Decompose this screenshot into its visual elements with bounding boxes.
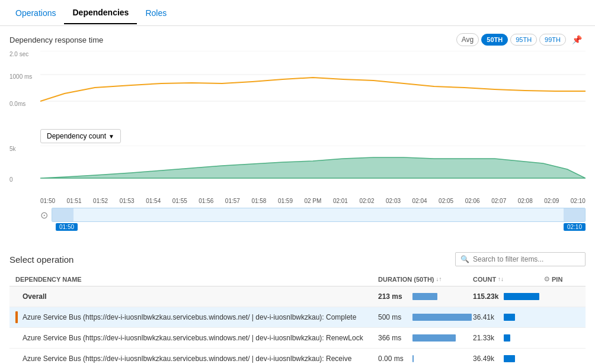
timeline-start-badge: 01:50 — [56, 223, 78, 231]
count-value: 36.41k — [473, 313, 500, 321]
pin-icon[interactable]: 📌 — [568, 34, 586, 46]
tab-dependencies[interactable]: Dependencies — [64, 2, 137, 24]
search-input[interactable] — [473, 255, 580, 263]
timeline-end-badge: 02:10 — [564, 223, 586, 231]
count-bar — [504, 355, 515, 362]
sort-icon-duration: ↓↑ — [436, 276, 442, 282]
duration-cell: 213 ms — [378, 292, 473, 301]
time-label: 01:55 — [172, 198, 187, 204]
dep-count-svg — [40, 146, 586, 187]
svg-marker-5 — [40, 157, 586, 178]
time-label: 02:08 — [518, 198, 533, 204]
avg-label[interactable]: Avg — [456, 33, 479, 46]
response-time-chart-section: Dependency response time Avg 50TH 95TH 9… — [9, 33, 586, 122]
duration-value: 366 ms — [378, 334, 409, 342]
table-row[interactable]: Overall 213 ms 115.23k — [9, 286, 586, 307]
sort-icon-count: ↑↓ — [498, 276, 504, 282]
count-bar — [504, 334, 510, 342]
time-label: 02:04 — [412, 198, 427, 204]
count-bar — [504, 314, 515, 321]
response-chart-canvas — [40, 51, 586, 110]
row-indicator — [15, 311, 18, 323]
tab-operations[interactable]: Operations — [7, 2, 64, 24]
pin-help-icon[interactable]: ⊙ — [544, 275, 549, 283]
col-header-count[interactable]: COUNT ↑↓ — [473, 275, 544, 283]
duration-cell: 0.00 ms — [378, 355, 473, 363]
timeline-section: ⊙ 01:50 02:10 — [40, 208, 586, 231]
y-label-0: 0 — [9, 176, 13, 183]
table-row[interactable]: Azure Service Bus (https://dev-i-iuosnlb… — [9, 349, 586, 364]
timeline-help-icon[interactable]: ⊙ — [40, 210, 48, 221]
count-value: 21.33k — [473, 334, 500, 342]
time-label: 02 PM — [304, 198, 321, 204]
select-operation-title: Select operation — [9, 255, 73, 265]
duration-bar — [412, 334, 456, 342]
time-label: 01:52 — [93, 198, 108, 204]
count-bar — [504, 293, 539, 300]
dependency-count-section: Dependency count ▼ 5k 0 — [9, 127, 586, 193]
select-operation-header: Select operation 🔍 — [9, 252, 586, 266]
time-label: 01:56 — [199, 198, 213, 204]
p50-button[interactable]: 50TH — [481, 34, 508, 46]
dep-name: Azure Service Bus (https://dev-i-iuosnlb… — [23, 355, 351, 363]
time-label: 01:51 — [67, 198, 82, 204]
duration-cell: 500 ms — [378, 313, 473, 321]
operations-table: DEPENDENCY NAME DURATION (50TH) ↓↑ COUNT… — [9, 272, 586, 364]
duration-value: 0.00 ms — [378, 355, 409, 363]
row-indicator — [15, 332, 18, 344]
response-time-svg — [40, 51, 586, 110]
p99-button[interactable]: 99TH — [539, 34, 566, 46]
timeline-bar[interactable] — [52, 208, 586, 222]
duration-value: 500 ms — [378, 313, 409, 321]
tab-bar: Operations Dependencies Roles — [0, 0, 595, 26]
time-label: 02:02 — [359, 198, 374, 204]
count-cell: 115.23k — [473, 292, 544, 301]
dependency-count-chart: 5k 0 — [9, 146, 586, 193]
percentile-controls: Avg 50TH 95TH 99TH 📌 — [456, 33, 586, 46]
p95-button[interactable]: 95TH — [510, 34, 537, 46]
search-box[interactable]: 🔍 — [455, 252, 586, 266]
time-label: 01:59 — [278, 198, 293, 204]
dep-count-canvas — [40, 146, 586, 187]
time-label: 01:53 — [120, 198, 135, 204]
time-label: 02:07 — [491, 198, 506, 204]
time-label: 02:06 — [465, 198, 480, 204]
row-indicator — [15, 291, 18, 302]
y-label-5k: 5k — [9, 146, 16, 152]
time-label: 02:03 — [386, 198, 401, 204]
dep-name-cell: Azure Service Bus (https://dev-i-iuosnlb… — [15, 353, 378, 364]
col-header-duration[interactable]: DURATION (50TH) ↓↑ — [378, 275, 473, 283]
count-value: 36.49k — [473, 355, 500, 363]
count-cell: 36.49k — [473, 355, 544, 363]
count-value: 115.23k — [473, 292, 500, 301]
table-row[interactable]: Azure Service Bus (https://dev-i-iuosnlb… — [9, 328, 586, 349]
col-header-dep-name: DEPENDENCY NAME — [15, 275, 378, 283]
y-label-1000ms: 1000 ms — [9, 73, 32, 80]
y-label-2sec: 2.0 sec — [9, 51, 28, 57]
tab-roles[interactable]: Roles — [137, 2, 175, 24]
response-time-chart: 2.0 sec 1000 ms 0.0ms — [9, 51, 586, 122]
dep-name-cell: Azure Service Bus (https://dev-i-iuosnlb… — [15, 311, 378, 323]
search-icon: 🔍 — [460, 255, 469, 263]
dep-name: Overall — [23, 292, 47, 301]
row-indicator — [15, 353, 18, 364]
count-cell: 36.41k — [473, 313, 544, 321]
table-header: DEPENDENCY NAME DURATION (50TH) ↓↑ COUNT… — [9, 272, 586, 286]
time-label: 01:58 — [251, 198, 266, 204]
table-row[interactable]: Azure Service Bus (https://dev-i-iuosnlb… — [9, 307, 586, 328]
time-label: 02:05 — [439, 198, 453, 204]
main-content: Dependency response time Avg 50TH 95TH 9… — [0, 26, 595, 364]
count-cell: 21.33k — [473, 334, 544, 342]
time-label: 01:50 — [40, 198, 55, 204]
dropdown-label: Dependency count — [47, 132, 106, 140]
duration-bar — [412, 355, 414, 362]
chart-header: Dependency response time Avg 50TH 95TH 9… — [9, 33, 586, 46]
time-label: 02:01 — [333, 198, 348, 204]
time-label: 01:54 — [146, 198, 161, 204]
time-label: 02:10 — [571, 198, 586, 204]
dep-name-cell: Overall — [15, 291, 378, 302]
time-label: 01:57 — [225, 198, 240, 204]
dependency-count-dropdown[interactable]: Dependency count ▼ — [40, 129, 121, 143]
chart-title: Dependency response time — [9, 36, 103, 44]
duration-bar — [412, 314, 472, 321]
